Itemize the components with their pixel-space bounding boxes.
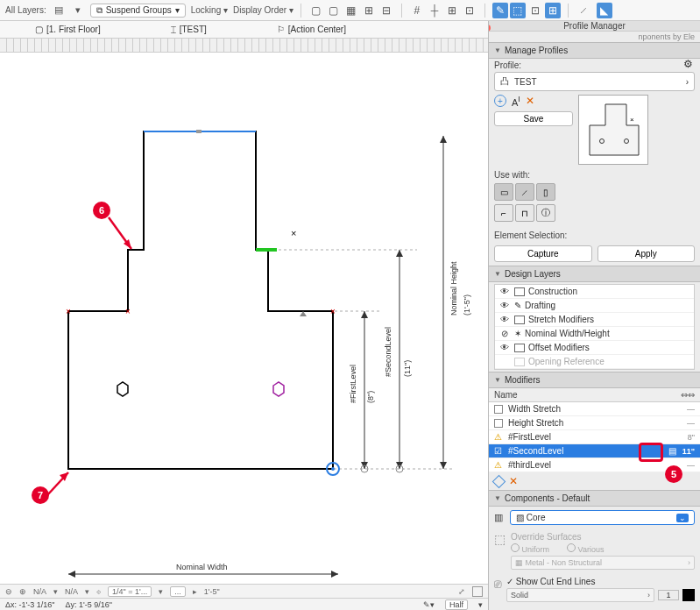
half-select[interactable]: Half	[445, 599, 468, 610]
icon-5[interactable]: ⊟	[378, 3, 394, 18]
distribute-icon[interactable]: ⊞	[444, 3, 460, 18]
modifier-first-level[interactable]: ⚠#FirstLevel8"	[489, 430, 700, 444]
layer-nominal[interactable]: ⊘✶Nominal Width/Height	[495, 327, 694, 341]
layer-offset[interactable]: 👁Offset Modifiers	[495, 341, 694, 355]
edit-icon[interactable]: ▤	[668, 446, 682, 456]
expand-icon[interactable]: ⤢	[458, 587, 465, 596]
callout-5: 5	[665, 465, 682, 483]
profile-icon: ⌶	[171, 25, 176, 34]
show-cut-label: Show Cut End Lines	[516, 577, 596, 586]
eye-icon[interactable]: 👁	[498, 287, 511, 296]
profile-select[interactable]: 凸TEST ›	[494, 72, 695, 91]
usewith-beam[interactable]: ⟋	[515, 183, 534, 201]
callout-7: 7	[32, 486, 49, 504]
scale-select[interactable]: 1/4" = 1'...	[108, 586, 152, 597]
icon-4[interactable]: ⊞	[361, 3, 377, 18]
svg-marker-1	[440, 136, 447, 143]
rename-icon[interactable]: AI	[512, 95, 520, 108]
snap-icon[interactable]: ⊡	[462, 3, 477, 18]
chevron-updown-icon: ⌄	[676, 514, 689, 522]
line-type-select[interactable]: Solid›	[506, 588, 654, 602]
radio-various	[567, 543, 576, 552]
profile-shape-icon: 凸	[500, 75, 509, 88]
usewith-wall[interactable]: ▭	[494, 183, 513, 201]
tool-active-4[interactable]: ⊞	[545, 3, 561, 18]
icon-1[interactable]: ▢	[308, 3, 324, 18]
tab-test[interactable]: ⌶[TEST]	[171, 25, 207, 34]
pen-icon[interactable]: ✎▾	[423, 600, 435, 609]
section-design-layers[interactable]: ▼Design Layers	[489, 266, 700, 282]
usewith-other2[interactable]: ⓘ	[536, 204, 555, 222]
tool-active-2[interactable]: ⬚	[510, 3, 526, 18]
tool-active-1[interactable]: ✎	[492, 3, 508, 18]
box-icon[interactable]	[472, 586, 483, 597]
svg-marker-22	[117, 382, 128, 396]
svg-marker-14	[331, 571, 338, 578]
wall-join-icon: ⧉	[96, 5, 103, 16]
element-selection-label: Element Selection:	[489, 229, 700, 242]
chevron-down-icon: ▾	[175, 5, 180, 15]
save-button[interactable]: Save	[494, 111, 573, 126]
color-swatch[interactable]	[682, 589, 695, 601]
icon-2[interactable]: ▢	[326, 3, 342, 18]
section-components[interactable]: ▼Components - Default	[489, 490, 700, 507]
tab-action-center[interactable]: ⚐[Action Center]	[277, 25, 346, 34]
zoom-out-icon[interactable]: ⊖	[5, 587, 12, 596]
zoom-in-icon[interactable]: ⊕	[19, 587, 26, 596]
apply-button[interactable]: Apply	[597, 245, 696, 262]
endline-icon: ⎚	[494, 577, 501, 591]
display-order-label[interactable]: Display Order ▾	[233, 5, 293, 15]
chevron-down-icon[interactable]: ▾	[71, 4, 85, 18]
layer-stretch[interactable]: 👁Stretch Modifiers	[495, 313, 694, 327]
drawing-area: Nominal Height (1'-5") #SecondLevel (11"…	[0, 53, 488, 584]
close-dot-icon[interactable]	[488, 25, 491, 32]
layer-opening: Opening Reference	[495, 355, 694, 369]
panel-title: Profile Manager	[489, 21, 700, 32]
tab-first-floor[interactable]: ▢[1. First Floor]	[35, 25, 101, 34]
structure-icon[interactable]: ▥	[494, 512, 503, 523]
top-toolbar: All Layers: ▤ ▾ ⧉Suspend Groups▾ Locking…	[0, 0, 700, 21]
grid-toggle-icon[interactable]: #	[409, 3, 425, 18]
eye-icon[interactable]: 👁	[498, 343, 511, 352]
surface-dropdown: ▦ Metal - Non Structural›	[511, 556, 695, 570]
svg-text:×: ×	[125, 307, 131, 316]
settings-icon[interactable]: ⚙	[683, 58, 693, 70]
delete-modifier-button[interactable]: ✕	[509, 475, 518, 487]
delete-icon[interactable]: ✕	[526, 95, 534, 107]
usewith-handrail[interactable]: ⌐	[494, 204, 513, 222]
add-profile-button[interactable]: +	[494, 95, 506, 107]
component-select[interactable]: ▧ Core⌄	[510, 510, 695, 525]
triangle-icon[interactable]: ◣	[597, 3, 612, 18]
section-modifiers[interactable]: ▼Modifiers	[489, 372, 700, 388]
eye-icon[interactable]: 👁	[498, 301, 511, 310]
capture-button[interactable]: Capture	[494, 245, 592, 262]
first-level-value: (8")	[366, 391, 375, 403]
icon-3[interactable]: ▦	[343, 3, 359, 18]
tool-3[interactable]: ⊡	[527, 3, 543, 18]
modifier-width-stretch[interactable]: Width Stretch—	[489, 402, 700, 416]
first-level-label: #FirstLevel	[349, 365, 357, 403]
ruler-icon[interactable]: ⟋	[576, 3, 591, 18]
modifier-height-stretch[interactable]: Height Stretch—	[489, 416, 700, 430]
check-icon[interactable]: ✓	[506, 577, 513, 586]
eye-hidden-icon[interactable]: ⊘	[498, 329, 511, 338]
layer-construction[interactable]: 👁Construction	[495, 285, 694, 299]
scale-icon: ⟐	[96, 587, 101, 596]
usewith-column[interactable]: ▯	[536, 183, 555, 201]
canvas[interactable]: Nominal Height (1'-5") #SecondLevel (11"…	[14, 53, 488, 584]
modifier-second-level[interactable]: ☑#SecondLevel▤11"	[489, 444, 700, 458]
truncated-label: nponents by Ele	[489, 32, 700, 42]
callout-5-box	[639, 443, 663, 462]
section-manage-profiles[interactable]: ▼Manage Profiles	[489, 42, 700, 59]
layer-drafting[interactable]: 👁✎Drafting	[495, 299, 694, 313]
locking-label[interactable]: Locking ▾	[191, 5, 228, 15]
zoom-select[interactable]: ...	[170, 586, 186, 597]
eye-icon[interactable]: 👁	[498, 315, 511, 324]
align-icon[interactable]: ┼	[427, 3, 442, 18]
usewith-other1[interactable]: ⊓	[515, 204, 534, 222]
second-level-label: #SecondLevel	[384, 327, 392, 377]
line-weight-input[interactable]: 1	[658, 590, 679, 600]
new-modifier-button[interactable]	[492, 474, 506, 488]
layers-stack-icon[interactable]: ▤	[52, 4, 66, 18]
suspend-groups-select[interactable]: ⧉Suspend Groups▾	[90, 4, 186, 18]
